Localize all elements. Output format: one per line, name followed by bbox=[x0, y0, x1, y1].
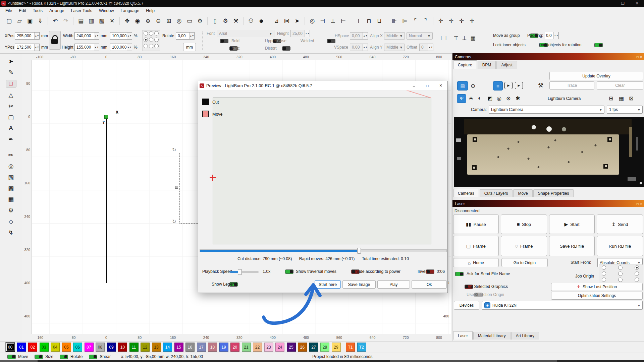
stop-button[interactable]: ■Stop bbox=[501, 215, 547, 234]
palette-swatch[interactable]: 05 bbox=[62, 343, 71, 352]
bold-toggle[interactable] bbox=[220, 39, 228, 43]
fps-dropdown[interactable]: 1 fps▼ bbox=[607, 106, 643, 114]
close-button[interactable]: ✕ bbox=[630, 0, 644, 7]
palette-swatch[interactable]: 02 bbox=[28, 343, 37, 352]
speed-slider-handle[interactable] bbox=[238, 269, 242, 275]
push-up[interactable]: ⊥ bbox=[462, 35, 467, 41]
send-button[interactable]: ↥Send bbox=[597, 215, 643, 234]
panel-tab[interactable]: Cuts / Layers bbox=[480, 189, 513, 197]
circle-tool[interactable]: ◎ bbox=[6, 163, 16, 170]
distribute-h[interactable]: ⊪ bbox=[391, 17, 398, 24]
devices-button[interactable]: Devices bbox=[454, 301, 479, 310]
device-settings[interactable]: ⚙ bbox=[196, 17, 204, 24]
focus-origin[interactable]: ◎ bbox=[309, 17, 316, 24]
menu-item[interactable]: Language bbox=[117, 7, 143, 14]
rectangle-tool[interactable]: □ bbox=[6, 80, 16, 87]
copy[interactable]: ▥ bbox=[88, 17, 95, 24]
anchor-grid[interactable] bbox=[142, 30, 160, 51]
camera-tab[interactable]: DPM bbox=[478, 61, 496, 69]
dialog-close-button[interactable]: ✕ bbox=[434, 81, 447, 90]
selection-rectangle[interactable] bbox=[179, 153, 200, 224]
text-tool[interactable]: A bbox=[6, 125, 16, 132]
job-origin-grid[interactable] bbox=[599, 264, 643, 283]
start-button[interactable]: ▶Start bbox=[549, 215, 595, 234]
snap-edge[interactable]: ✛ bbox=[468, 17, 476, 24]
aligny-dropdown[interactable]: Middle▼ bbox=[384, 44, 405, 51]
palette-swatch[interactable]: 08 bbox=[96, 343, 105, 352]
hspace-field[interactable]: 0,00▲▼ bbox=[350, 32, 368, 40]
eye-icon[interactable]: ⊙ bbox=[471, 82, 475, 89]
new-file[interactable]: ▢ bbox=[5, 17, 13, 24]
push-right[interactable]: ⊢ bbox=[445, 35, 450, 41]
palette-swatch[interactable]: T1 bbox=[346, 343, 355, 352]
palette-swatch[interactable]: 09 bbox=[107, 343, 116, 352]
spinner[interactable]: ▲▼ bbox=[189, 33, 194, 39]
unit-toggle-button[interactable]: mm bbox=[183, 43, 196, 51]
white-balance-icon[interactable]: ◎ bbox=[497, 95, 501, 102]
paste[interactable]: ▧ bbox=[98, 17, 105, 24]
goto-origin-button[interactable]: Go to Origin bbox=[501, 258, 548, 267]
spinner[interactable]: ▲▼ bbox=[428, 44, 433, 51]
float-panel-icon[interactable]: ◳ bbox=[636, 202, 639, 205]
frame-selection[interactable]: ⊞ bbox=[165, 17, 172, 24]
align-left[interactable]: ⊣ bbox=[319, 17, 326, 24]
spinner[interactable]: ▲▼ bbox=[94, 44, 99, 51]
padding-field[interactable]: 0,0▲▼ bbox=[544, 32, 559, 39]
palette-swatch[interactable]: 04 bbox=[51, 343, 60, 352]
zoom-out[interactable]: ⊖ bbox=[155, 17, 162, 24]
palette-swatch[interactable]: 25 bbox=[287, 343, 296, 352]
lock-rotation-toggle[interactable] bbox=[594, 43, 603, 47]
align-top[interactable]: ⊤ bbox=[355, 17, 362, 24]
device-dropdown[interactable]: ◉ Ruida KT32N▼ bbox=[482, 301, 643, 310]
send-to-laser[interactable]: ➤ bbox=[293, 17, 301, 24]
spinner[interactable]: ▲▼ bbox=[94, 33, 99, 39]
pen-tool[interactable]: ✒ bbox=[6, 136, 16, 143]
palette-swatch[interactable]: T2 bbox=[357, 343, 366, 352]
import[interactable]: ⇓ bbox=[37, 17, 44, 24]
pan-tool[interactable]: ✥ bbox=[123, 17, 131, 24]
resize-handle[interactable] bbox=[175, 186, 178, 189]
menu-item[interactable]: Help bbox=[143, 7, 158, 14]
snap-grid[interactable]: ✛ bbox=[447, 17, 455, 24]
playback-speed-slider[interactable] bbox=[230, 271, 259, 273]
optimization-settings-button[interactable]: Optimization Settings bbox=[551, 292, 643, 300]
delete[interactable]: ✕ bbox=[108, 17, 116, 24]
palette-swatch[interactable]: 03 bbox=[40, 343, 49, 352]
play-capture-icon[interactable]: ▶ bbox=[504, 82, 513, 89]
frame-rect-button[interactable]: ▢Frame bbox=[453, 236, 499, 256]
palette-swatch[interactable]: 10 bbox=[118, 343, 127, 352]
alignx-dropdown[interactable]: Middle▼ bbox=[384, 32, 405, 40]
push-down[interactable]: ⊤ bbox=[454, 35, 459, 41]
palette-swatch[interactable]: 14 bbox=[163, 343, 172, 352]
mirror-flip[interactable]: ⋈ bbox=[283, 17, 290, 24]
aspect-lock-button[interactable] bbox=[49, 31, 61, 50]
camera-grid-icon[interactable]: ▦ bbox=[619, 95, 624, 102]
welded-toggle[interactable] bbox=[327, 39, 335, 43]
trace-button[interactable]: Trace bbox=[549, 81, 594, 89]
font-dropdown[interactable]: Arial▼ bbox=[217, 30, 274, 37]
align-middle[interactable]: ⊓ bbox=[365, 17, 373, 24]
color-icon[interactable]: ⊛ bbox=[506, 95, 511, 102]
clear-button[interactable]: Clear bbox=[597, 81, 643, 89]
weld-tool[interactable]: ↯ bbox=[6, 229, 16, 236]
wrench-tool[interactable]: ⚒ bbox=[232, 17, 239, 24]
status-toggle[interactable]: Shear bbox=[89, 354, 111, 359]
spinner[interactable]: ▲▼ bbox=[127, 33, 132, 39]
screen-capture[interactable]: ▭ bbox=[186, 17, 193, 24]
status-toggle[interactable]: Move bbox=[7, 354, 28, 359]
palette-swatch[interactable]: 15 bbox=[174, 343, 183, 352]
origin-marker[interactable] bbox=[104, 115, 108, 119]
machine-gears[interactable]: ⚙ bbox=[222, 17, 229, 24]
xpos-field[interactable]: 295,000▲▼ bbox=[15, 32, 40, 40]
palette-swatch[interactable]: 20 bbox=[230, 343, 239, 352]
open-file[interactable]: ▱ bbox=[16, 17, 23, 24]
dialog-titlebar[interactable]: ∿ Preview - LightBurn Pro 2.1.00-RC-1 @ … bbox=[198, 81, 447, 91]
height-percent-field[interactable]: 100,000▲▼ bbox=[110, 44, 132, 51]
menu-item[interactable]: Arrange bbox=[46, 7, 67, 14]
window-frame[interactable]: ▯ bbox=[211, 17, 219, 24]
distribute-v[interactable]: ⊫ bbox=[401, 17, 409, 24]
spinner[interactable]: ▲▼ bbox=[34, 33, 39, 39]
dialog-minimize-button[interactable]: – bbox=[407, 81, 421, 90]
camera-controls-icon[interactable]: ≡ bbox=[493, 81, 503, 90]
edit-nodes-tool[interactable]: ✂ bbox=[6, 103, 16, 110]
